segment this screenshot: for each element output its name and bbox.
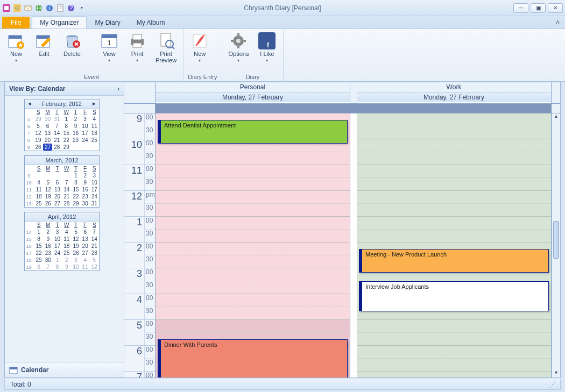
- svg-text:★: ★: [18, 41, 24, 49]
- svg-rect-41: [10, 367, 17, 369]
- quick-access-toolbar: i ? ▾: [2, 4, 86, 12]
- file-tab[interactable]: File: [2, 17, 30, 28]
- window-title: Chrysanth Diary [Personal]: [244, 4, 321, 12]
- tab-album[interactable]: My Album: [129, 16, 173, 28]
- viewby-header[interactable]: View By: Calendar ‹: [5, 82, 124, 96]
- date-label: Monday, 27 February: [357, 92, 551, 102]
- ribbon-group-event: ★ New▾ Edit Delete 1 View▾ Print▾: [0, 29, 183, 81]
- svg-rect-19: [37, 35, 50, 39]
- svg-rect-1: [4, 6, 9, 10]
- new-event-button[interactable]: ★ New▾: [4, 31, 28, 64]
- printer-icon: [129, 32, 146, 49]
- qat-mail-icon[interactable]: [24, 4, 32, 12]
- qat-help-icon[interactable]: ?: [67, 4, 75, 12]
- qat-globe-icon[interactable]: [34, 4, 43, 12]
- scroll-spacer: [552, 82, 560, 103]
- column-header-personal: Personal Monday, 27 February: [156, 82, 350, 103]
- svg-rect-26: [133, 34, 142, 40]
- ribbon-group-diary: Options▾ f I Like▾ Diary: [222, 29, 284, 81]
- ribbon-group-diary-entry: New▾ Diary Entry: [183, 29, 222, 81]
- svg-text:?: ?: [69, 4, 73, 12]
- allday-row: [124, 104, 560, 113]
- header-gap: [350, 82, 357, 103]
- gear-icon: [230, 32, 247, 49]
- calendar-event[interactable]: Attend Dentist Appointment: [158, 120, 348, 144]
- category-label: Work: [357, 82, 551, 92]
- ilike-button[interactable]: f I Like▾: [255, 31, 279, 64]
- maximize-button[interactable]: ▣: [531, 3, 546, 13]
- ribbon: ★ New▾ Edit Delete 1 View▾ Print▾: [0, 29, 565, 82]
- delete-event-button[interactable]: Delete: [60, 31, 84, 58]
- title-bar: i ? ▾ Chrysanth Diary [Personal] ─ ▣ ✕: [0, 0, 565, 16]
- calendar-event[interactable]: Meeting - New Product Launch: [359, 249, 549, 273]
- facebook-icon: f: [258, 32, 276, 49]
- category-label: Personal: [156, 82, 350, 92]
- qat-nav-icon[interactable]: [13, 4, 22, 12]
- chevron-left-icon[interactable]: ‹: [118, 86, 119, 92]
- calendar-new-icon: ★: [8, 32, 25, 49]
- viewby-label: View By: Calendar: [9, 85, 65, 92]
- new-diary-entry-button[interactable]: New▾: [188, 31, 211, 64]
- calendar-event[interactable]: Interview Job Applicants: [359, 281, 549, 311]
- svg-rect-15: [9, 35, 22, 39]
- calendar-icon: [9, 366, 18, 374]
- close-button[interactable]: ✕: [548, 3, 563, 13]
- svg-rect-23: [102, 34, 117, 38]
- svg-rect-27: [133, 43, 142, 47]
- column-gap: [350, 113, 357, 377]
- delete-icon: [63, 32, 81, 49]
- sidebar: View By: Calendar ‹ ◄►February, 2012SMTW…: [5, 82, 124, 377]
- calendar-nav-item[interactable]: Calendar: [5, 362, 124, 377]
- schedule-header: Personal Monday, 27 February Work Monday…: [124, 82, 560, 104]
- feather-icon: [191, 32, 208, 49]
- app-icon: [2, 4, 11, 12]
- print-preview-icon: [158, 32, 175, 49]
- qat-dropdown-icon[interactable]: ▾: [77, 4, 86, 12]
- resize-grip-icon[interactable]: ⋰: [549, 381, 555, 388]
- edit-event-button[interactable]: Edit: [32, 31, 56, 58]
- svg-point-33: [236, 39, 241, 43]
- ribbon-collapse-icon[interactable]: ᐱ: [556, 19, 560, 25]
- qat-info-icon[interactable]: i: [45, 4, 54, 12]
- column-header-work: Work Monday, 27 February: [357, 82, 552, 103]
- tab-diary[interactable]: My Diary: [87, 16, 128, 28]
- calendar-view-icon: 1: [101, 32, 118, 49]
- calendar-edit-icon: [36, 32, 53, 49]
- minimize-button[interactable]: ─: [513, 3, 528, 13]
- print-preview-button[interactable]: Print Preview: [153, 31, 179, 65]
- mini-calendars: ◄►February, 2012SMTWTFS52930311234656789…: [5, 96, 124, 362]
- scroll-down-icon[interactable]: ▼: [552, 370, 560, 377]
- svg-line-30: [172, 47, 174, 49]
- print-button[interactable]: Print▾: [125, 31, 149, 64]
- day-column-work[interactable]: Meeting - New Product LaunchInterview Jo…: [357, 113, 552, 377]
- calendar-nav-label: Calendar: [21, 366, 48, 374]
- status-bar: Total: 0 ⋰: [4, 379, 561, 390]
- day-column-personal[interactable]: Attend Dentist AppointmentDinner With Pa…: [156, 113, 350, 377]
- svg-text:i: i: [49, 4, 51, 12]
- time-gutter-header: [124, 82, 156, 103]
- view-button[interactable]: 1 View▾: [97, 31, 121, 64]
- schedule-body[interactable]: 9003010003011003012pm3010030200303003040…: [124, 113, 560, 377]
- time-gutter: 9003010003011003012pm3010030200303003040…: [124, 113, 156, 377]
- schedule: Personal Monday, 27 February Work Monday…: [124, 82, 560, 377]
- vertical-scrollbar[interactable]: ▲ ▼: [552, 113, 560, 377]
- options-button[interactable]: Options▾: [227, 31, 251, 64]
- calendar-event[interactable]: Dinner With Parents: [158, 339, 348, 377]
- main-area: View By: Calendar ‹ ◄►February, 2012SMTW…: [4, 82, 561, 378]
- window-buttons: ─ ▣ ✕: [513, 3, 563, 13]
- date-label: Monday, 27 February: [156, 92, 350, 102]
- scrollbar-thumb[interactable]: [553, 221, 559, 259]
- scroll-up-icon[interactable]: ▲: [552, 113, 560, 121]
- qat-diary-icon[interactable]: [56, 4, 65, 12]
- ribbon-tabs: File My Organizer My Diary My Album ᐱ: [0, 16, 565, 29]
- print-preview-label: Print Preview: [156, 51, 176, 63]
- svg-text:1: 1: [108, 39, 111, 47]
- status-total: Total: 0: [10, 381, 31, 388]
- tab-organizer[interactable]: My Organizer: [32, 16, 87, 28]
